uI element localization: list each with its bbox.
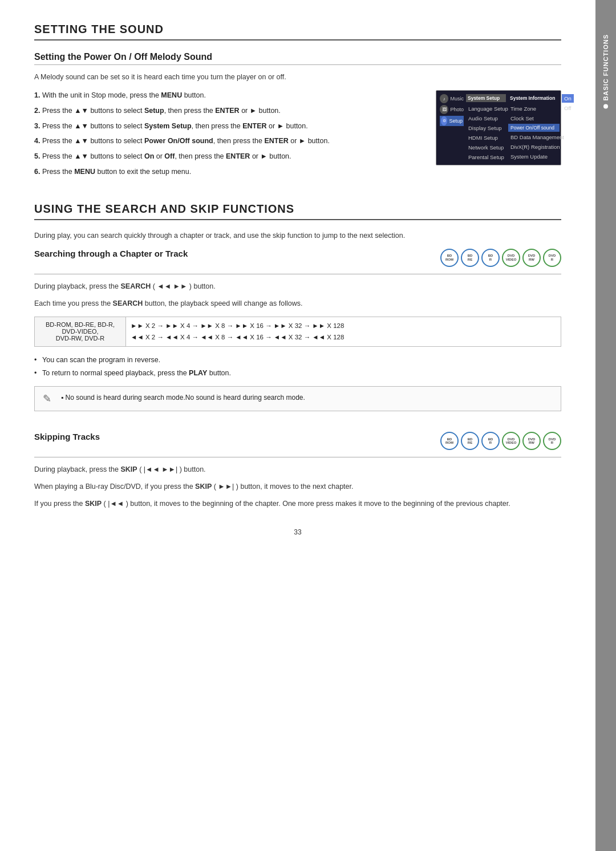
menu-col-3: System Information Time Zone Clock Set P… [508,94,560,161]
disc-bd-rom: BDROM [440,249,459,267]
bullet-1: You can scan the program in reverse. [34,355,561,366]
menu-col-2: System Setup Language Setup Audio Setup … [466,94,506,161]
main-content: SETTING THE SOUND Setting the Power On /… [0,0,595,851]
note-text: ▪ No sound is heard during search mode.N… [61,392,305,403]
note-icon: ✎ [43,392,55,405]
skipping-header: Skipping Tracks BDROM BDRE BDR DVDVIDEO … [34,432,561,450]
step-6: 6. Press the MENU button to exit the set… [34,167,424,177]
skip-desc3: If you press the SKIP ( |◄◄ ) button, it… [34,500,561,508]
subsection-title-melody: Setting the Power On / Off Melody Sound [34,52,561,65]
search-skip-section: USING THE SEARCH AND SKIP FUNCTIONS Duri… [34,202,561,508]
note-box: ✎ ▪ No sound is heard during search mode… [34,386,561,411]
right-tab-label: BASIC FUNCTIONS [602,34,609,108]
section-title-search-skip: USING THE SEARCH AND SKIP FUNCTIONS [34,202,561,220]
menu-col-1: ♪ Music 🖼 Photo ⚙ Setup [440,94,464,161]
disc-bd-r: BDR [481,249,500,267]
searching-title: Searching through a Chapter or Track [34,249,440,261]
skip-disc-dvd-r: DVDR [543,432,561,450]
step-1: 1. With the unit in Stop mode, press the… [34,90,424,101]
melody-intro: A Melody sound can be set so it is heard… [34,73,561,81]
searching-section: Searching through a Chapter or Track BDR… [34,249,561,412]
bullet-2: To return to normal speed playback, pres… [34,368,561,379]
skip-disc-bd-re: BDRE [461,432,479,450]
searching-header: Searching through a Chapter or Track BDR… [34,249,561,267]
tab-dot [603,104,608,108]
steps-list: 1. With the unit in Stop mode, press the… [34,90,424,182]
disc-dvd-r: DVDR [543,249,561,267]
skip-disc-bd-rom: BDROM [440,432,459,450]
skipping-title: Skipping Tracks [34,432,440,444]
disc-icons-searching: BDROM BDRE BDR DVDVIDEO DVDRW DVDR [440,249,561,267]
step-2: 2. Press the ▲▼ buttons to select Setup,… [34,106,424,116]
disc-bd-re: BDRE [461,249,479,267]
skip-desc1: During playback, press the SKIP ( |◄◄ ►►… [34,465,561,473]
menu-col-4: On Off [562,94,574,161]
search-desc1: During playback, press the SEARCH ( ◄◄ ►… [34,282,561,290]
search-desc2: Each time you press the SEARCH button, t… [34,299,561,307]
search-table-row: BD-ROM, BD-RE, BD-R, DVD-VIDEO,DVD-RW, D… [35,317,561,346]
search-speeds: ►► X 2 → ►► X 4 → ►► X 8 → ►► X 16 → ►► … [126,317,561,346]
section-title-setting-sound: SETTING THE SOUND [34,23,561,40]
step-3: 3. Press the ▲▼ buttons to select System… [34,121,424,132]
disc-icons-skipping: BDROM BDRE BDR DVDVIDEO DVDRW DVDR [440,432,561,450]
skip-disc-bd-r: BDR [481,432,500,450]
steps-container: 1. With the unit in Stop mode, press the… [34,90,561,182]
search-skip-intro: During play, you can search quickly thro… [34,232,561,240]
page-number: 33 [34,528,561,536]
search-disc-label: BD-ROM, BD-RE, BD-R, DVD-VIDEO,DVD-RW, D… [35,317,126,346]
disc-dvd-rw: DVDRW [522,249,541,267]
skip-disc-dvd-rw: DVDRW [522,432,541,450]
skipping-section: Skipping Tracks BDROM BDRE BDR DVDVIDEO … [34,432,561,508]
searching-divider [34,274,561,274]
right-tab: BASIC FUNCTIONS [595,0,616,851]
skipping-divider [34,457,561,457]
menu-screenshot: ♪ Music 🖼 Photo ⚙ Setup [436,90,561,165]
search-bullets: You can scan the program in reverse. To … [34,355,561,379]
skip-disc-dvd-video: DVDVIDEO [502,432,520,450]
disc-dvd-video: DVDVIDEO [502,249,520,267]
page-wrapper: SETTING THE SOUND Setting the Power On /… [0,0,616,851]
step-4: 4. Press the ▲▼ buttons to select Power … [34,136,424,147]
skip-desc2: When playing a Blu-ray Disc/DVD, if you … [34,483,561,491]
menu-inner: ♪ Music 🖼 Photo ⚙ Setup [440,94,557,161]
search-speed-table: BD-ROM, BD-RE, BD-R, DVD-VIDEO,DVD-RW, D… [34,317,561,347]
step-5: 5. Press the ▲▼ buttons to select On or … [34,151,424,162]
setting-sound-section: SETTING THE SOUND Setting the Power On /… [34,23,561,182]
